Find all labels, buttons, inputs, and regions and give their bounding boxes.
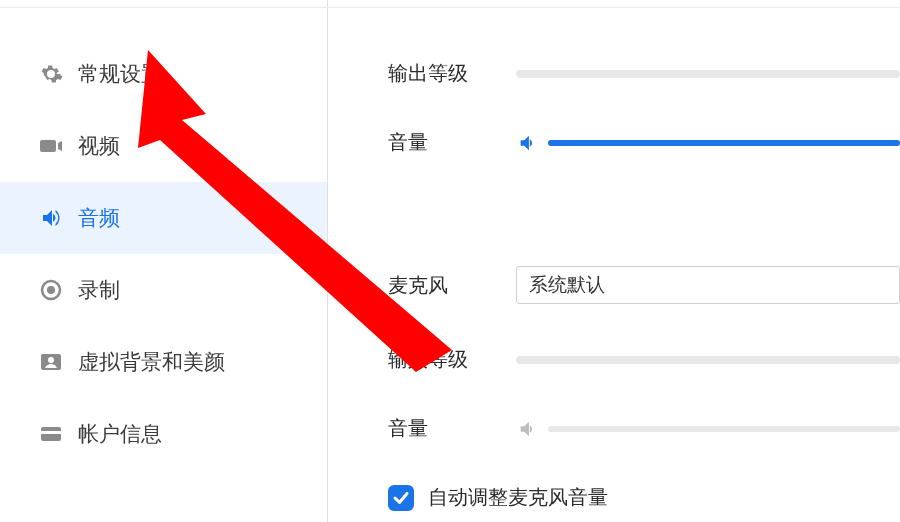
microphone-label: 麦克风 bbox=[388, 272, 516, 299]
microphone-select[interactable]: 系统默认 bbox=[516, 266, 900, 304]
input-level-row: 输入等级 bbox=[388, 346, 900, 373]
microphone-select-value: 系统默认 bbox=[529, 272, 605, 298]
card-icon bbox=[38, 421, 64, 447]
input-level-label: 输入等级 bbox=[388, 346, 516, 373]
sidebar-item-label: 虚拟背景和美颜 bbox=[78, 348, 225, 376]
input-volume-row: 音量 bbox=[388, 415, 900, 442]
settings-root: 常规设置 视频 音频 录制 虚拟背景和美颜 bbox=[0, 0, 900, 522]
output-volume-slider[interactable] bbox=[516, 131, 900, 155]
auto-adjust-mic-label: 自动调整麦克风音量 bbox=[428, 484, 608, 511]
settings-sidebar: 常规设置 视频 音频 录制 虚拟背景和美颜 bbox=[0, 0, 328, 522]
output-level-row: 输出等级 bbox=[388, 60, 900, 87]
sidebar-item-label: 录制 bbox=[78, 276, 120, 304]
sidebar-item-label: 音频 bbox=[78, 204, 120, 232]
slider-fill bbox=[548, 140, 900, 146]
sidebar-item-video[interactable]: 视频 bbox=[0, 110, 327, 182]
sidebar-item-virtual-background[interactable]: 虚拟背景和美颜 bbox=[0, 326, 327, 398]
sidebar-item-label: 帐户信息 bbox=[78, 420, 162, 448]
record-icon bbox=[38, 277, 64, 303]
speaker-icon bbox=[38, 205, 64, 231]
input-level-meter bbox=[516, 356, 900, 364]
checkbox-checked-icon[interactable] bbox=[388, 485, 414, 511]
svg-point-3 bbox=[48, 357, 54, 363]
gear-icon bbox=[38, 61, 64, 87]
sidebar-item-general[interactable]: 常规设置 bbox=[0, 38, 327, 110]
speaker-muted-icon bbox=[516, 417, 540, 441]
sidebar-item-label: 视频 bbox=[78, 132, 120, 160]
sidebar-item-record[interactable]: 录制 bbox=[0, 254, 327, 326]
sidebar-item-account[interactable]: 帐户信息 bbox=[0, 398, 327, 470]
output-volume-label: 音量 bbox=[388, 129, 516, 156]
auto-adjust-mic-row[interactable]: 自动调整麦克风音量 bbox=[388, 484, 900, 511]
settings-content: 输出等级 音量 麦克风 系统默认 bbox=[328, 0, 900, 522]
slider-track[interactable] bbox=[548, 426, 900, 432]
speaker-on-icon bbox=[516, 131, 540, 155]
input-volume-slider[interactable] bbox=[516, 417, 900, 441]
sidebar-item-label: 常规设置 bbox=[78, 60, 162, 88]
microphone-row: 麦克风 系统默认 bbox=[388, 266, 900, 304]
output-volume-row: 音量 bbox=[388, 129, 900, 156]
sidebar-item-audio[interactable]: 音频 bbox=[0, 182, 327, 254]
svg-rect-5 bbox=[41, 431, 61, 434]
videocam-icon bbox=[38, 133, 64, 159]
slider-track[interactable] bbox=[548, 140, 900, 146]
output-level-meter bbox=[516, 70, 900, 78]
person-card-icon bbox=[38, 349, 64, 375]
svg-point-1 bbox=[47, 286, 55, 294]
output-level-label: 输出等级 bbox=[388, 60, 516, 87]
input-volume-label: 音量 bbox=[388, 415, 516, 442]
